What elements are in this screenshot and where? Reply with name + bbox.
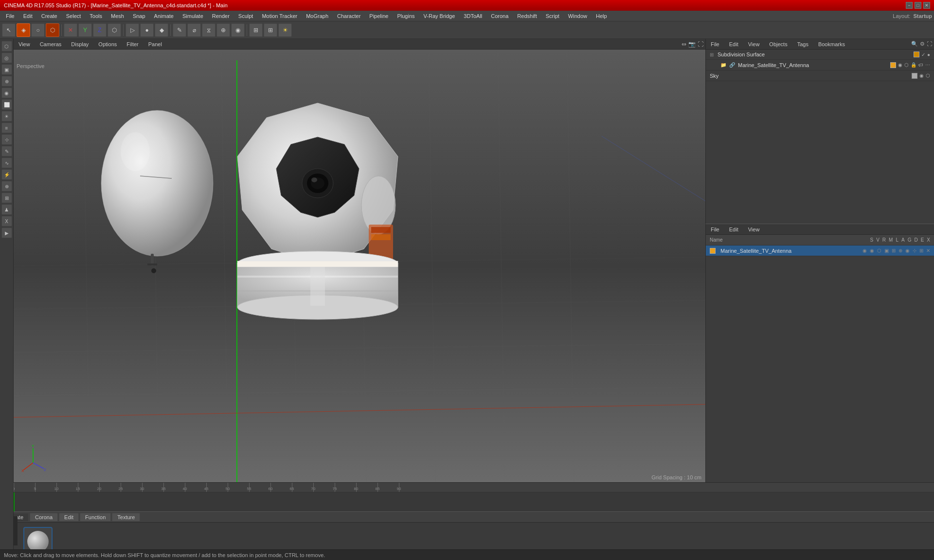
- tool-y[interactable]: Y: [78, 23, 92, 37]
- menu-select[interactable]: Select: [62, 12, 85, 20]
- sidebar-particle[interactable]: ⊹: [1, 134, 12, 145]
- attr-r[interactable]: ⬡: [877, 248, 881, 253]
- tool-box[interactable]: ⬡: [108, 23, 121, 37]
- om-menu-view[interactable]: View: [745, 40, 763, 48]
- sidebar-hair[interactable]: ≡: [1, 122, 12, 133]
- vp-menu-view[interactable]: View: [16, 40, 33, 48]
- vp-menu-panel[interactable]: Panel: [145, 40, 165, 48]
- tool-z[interactable]: Z: [93, 23, 107, 37]
- menu-pipeline[interactable]: Pipeline: [365, 12, 392, 20]
- close-button[interactable]: ✕: [923, 2, 930, 9]
- menu-render[interactable]: Render: [208, 12, 234, 20]
- obj-item-satellite[interactable]: 📁 🔗 Marine_Satellite_TV_Antenna ◉ ⬡ 🔒 🏷 …: [706, 60, 934, 70]
- mat-tab-texture[interactable]: Texture: [112, 513, 140, 521]
- timeline-ruler[interactable]: 0 5 10 15 20 25 30 35 40 45 50 55 60 65 …: [0, 483, 934, 492]
- attr-d[interactable]: ⊹: [913, 248, 916, 253]
- om-search-icon[interactable]: 🔍: [911, 41, 918, 47]
- om-menu-tags[interactable]: Tags: [794, 40, 811, 48]
- attr-s[interactable]: ◉: [862, 248, 867, 253]
- sidebar-light[interactable]: ☀: [1, 111, 12, 122]
- am-menu-view[interactable]: View: [745, 226, 763, 233]
- sidebar-modeling[interactable]: ▣: [1, 64, 12, 75]
- menu-script[interactable]: Script: [542, 12, 563, 20]
- menu-plugins[interactable]: Plugins: [393, 12, 418, 20]
- om-settings-icon[interactable]: ⚙: [920, 41, 925, 47]
- attr-e[interactable]: ⊞: [919, 248, 923, 253]
- sidebar-deform[interactable]: ⊕: [1, 76, 12, 87]
- attr-g[interactable]: ◉: [905, 248, 910, 253]
- menu-vray[interactable]: V-Ray Bridge: [420, 12, 459, 20]
- obj-lock-icon[interactable]: 🔒: [911, 62, 916, 68]
- sidebar-sketch[interactable]: ✎: [1, 146, 12, 157]
- tool-play-anim[interactable]: ▷: [126, 23, 139, 37]
- sidebar-nurbs[interactable]: ◎: [1, 52, 12, 63]
- am-menu-file[interactable]: File: [708, 226, 722, 233]
- attr-l[interactable]: ⊞: [892, 248, 896, 253]
- obj-render-icon[interactable]: ⬡: [904, 62, 909, 68]
- sidebar-spline[interactable]: ∿: [1, 158, 12, 168]
- attr-v[interactable]: ◉: [870, 248, 874, 253]
- om-menu-file[interactable]: File: [708, 40, 722, 48]
- menu-simulate[interactable]: Simulate: [179, 12, 207, 20]
- sidebar-dynamics[interactable]: ⚡: [1, 169, 12, 180]
- tool-arrow[interactable]: ↖: [2, 23, 16, 37]
- vp-menu-filter[interactable]: Filter: [124, 40, 141, 48]
- vp-menu-cameras[interactable]: Cameras: [37, 40, 65, 48]
- menu-tools[interactable]: Tools: [86, 12, 106, 20]
- vp-icon-fullscreen[interactable]: ⛶: [698, 41, 703, 48]
- tool-sym[interactable]: ◉: [231, 23, 245, 37]
- sidebar-tag[interactable]: ⊞: [1, 192, 12, 203]
- menu-snap[interactable]: Snap: [129, 12, 149, 20]
- sidebar-camera[interactable]: ⬜: [1, 99, 12, 110]
- obj-vis-icon[interactable]: ◉: [898, 62, 902, 68]
- tool-x[interactable]: ✕: [64, 23, 77, 37]
- attr-m[interactable]: ▣: [884, 248, 889, 253]
- subdiv-check-icon[interactable]: ✓: [921, 52, 925, 57]
- sidebar-geometry[interactable]: ⬡: [1, 41, 12, 52]
- sidebar-motion[interactable]: ▶: [1, 228, 12, 238]
- menu-help[interactable]: Help: [592, 12, 611, 20]
- tool-sculpt[interactable]: ⧖: [202, 23, 216, 37]
- attr-a[interactable]: ⊕: [898, 248, 902, 253]
- am-menu-edit[interactable]: Edit: [726, 226, 741, 233]
- obj-item-sky[interactable]: Sky ◉ ⬡: [706, 70, 934, 81]
- obj-more-icon[interactable]: ⋯: [925, 62, 930, 68]
- obj-sky-vis[interactable]: ◉: [919, 73, 924, 79]
- om-menu-edit[interactable]: Edit: [726, 40, 741, 48]
- scene-canvas[interactable]: Perspective: [14, 50, 705, 482]
- om-menu-objects[interactable]: Objects: [766, 40, 790, 48]
- tool-record[interactable]: ●: [140, 23, 154, 37]
- attr-x[interactable]: ✕: [926, 248, 930, 253]
- menu-3dtoall[interactable]: 3DToAll: [460, 12, 486, 20]
- maximize-button[interactable]: □: [915, 2, 921, 9]
- tool-keyframe[interactable]: ◆: [155, 23, 168, 37]
- tool-polygon[interactable]: ⬡: [46, 23, 59, 37]
- menu-mesh[interactable]: Mesh: [107, 12, 128, 20]
- vp-menu-display[interactable]: Display: [68, 40, 91, 48]
- menu-character[interactable]: Character: [333, 12, 364, 20]
- om-menu-bookmarks[interactable]: Bookmarks: [815, 40, 848, 48]
- tool-circle-select[interactable]: ○: [31, 23, 45, 37]
- sidebar-xpresso[interactable]: X: [1, 216, 12, 227]
- vp-icon-arrows[interactable]: ⇔: [682, 41, 686, 48]
- menu-file[interactable]: File: [2, 12, 18, 20]
- sidebar-character[interactable]: ♟: [1, 204, 12, 215]
- tool-mirror[interactable]: ⊕: [216, 23, 230, 37]
- mat-tab-corona[interactable]: Corona: [30, 513, 58, 521]
- mat-tab-edit[interactable]: Edit: [59, 513, 79, 521]
- om-expand-icon[interactable]: ⛶: [927, 41, 932, 47]
- tool-paint[interactable]: ✎: [173, 23, 186, 37]
- menu-animate[interactable]: Animate: [150, 12, 178, 20]
- mat-tab-function[interactable]: Function: [80, 513, 111, 521]
- menu-window[interactable]: Window: [564, 12, 591, 20]
- menu-edit[interactable]: Edit: [19, 12, 36, 20]
- vp-icon-camera[interactable]: 📷: [688, 41, 696, 48]
- sidebar-environment[interactable]: ◉: [1, 88, 12, 98]
- minimize-button[interactable]: −: [906, 2, 913, 9]
- tool-live-select[interactable]: ◈: [17, 23, 30, 37]
- menu-create[interactable]: Create: [37, 12, 61, 20]
- menu-mograph[interactable]: MoGraph: [302, 12, 332, 20]
- sidebar-null[interactable]: ⊕: [1, 181, 12, 192]
- menu-sculpt[interactable]: Sculpt: [234, 12, 257, 20]
- menu-corona[interactable]: Corona: [487, 12, 512, 20]
